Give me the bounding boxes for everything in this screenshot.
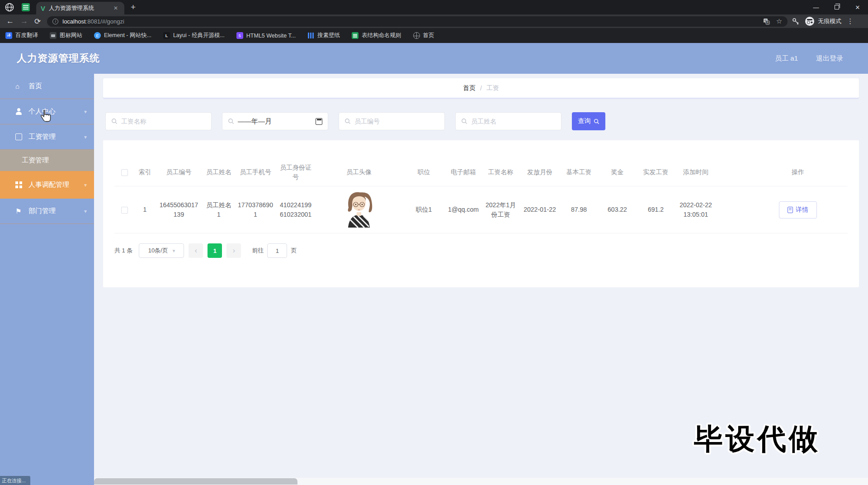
chevron-down-icon: ▾ (84, 134, 87, 140)
cell-position: 职位1 (402, 203, 445, 216)
col-header-actual-salary: 实发工资 (637, 166, 675, 178)
current-user[interactable]: 员工 a1 (775, 54, 798, 63)
col-header-position: 职位 (402, 166, 445, 178)
col-header-actions: 操作 (748, 166, 848, 178)
cell-emp-no: 16455063017139 (155, 199, 203, 221)
bookmark-icon-site[interactable]: 图标网站 (50, 32, 82, 39)
issue-month-field[interactable]: ——年—月 (222, 112, 328, 130)
globe-icon (413, 32, 420, 39)
toolbar-right: 无痕模式 ⋮ (792, 17, 859, 26)
bookmark-baidu-translate[interactable]: 译百度翻译 (5, 32, 38, 39)
employee-avatar[interactable] (342, 190, 376, 228)
col-header-salary-name: 工资名称 (481, 166, 520, 178)
col-header-emp-name: 员工姓名 (203, 166, 235, 178)
col-header-emp-no: 员工编号 (155, 166, 203, 178)
minimize-button[interactable]: — (806, 0, 826, 14)
bookmark-element[interactable]: EElement - 网站快... (94, 32, 151, 39)
table-header-row: 索引 员工编号 员工姓名 员工手机号 员工身份证号 员工头像 职位 电子邮箱 工… (114, 158, 848, 186)
back-button[interactable]: ← (6, 17, 14, 26)
bookmark-layui[interactable]: LLayui - 经典开源模... (163, 32, 225, 39)
next-page-button[interactable]: › (226, 243, 241, 258)
window-controls: — ✕ (806, 0, 868, 14)
password-key-icon[interactable] (792, 18, 800, 25)
employee-no-field[interactable] (339, 112, 445, 130)
logout-link[interactable]: 退出登录 (816, 54, 843, 63)
incognito-label: 无痕模式 (818, 17, 841, 25)
sidebar-item-department-management[interactable]: ⚑ 部门管理 ▾ (0, 199, 94, 224)
select-all-checkbox[interactable] (121, 169, 128, 176)
app-header: 人力资源管理系统 员工 a1 退出登录 (0, 43, 868, 74)
row-checkbox[interactable] (121, 207, 128, 214)
browser-menu-icon[interactable]: ⋮ (847, 17, 854, 25)
bookmark-home[interactable]: 首页 (413, 32, 434, 39)
salary-name-field[interactable] (105, 112, 212, 130)
close-window-button[interactable]: ✕ (847, 0, 868, 14)
bookmark-html5[interactable]: 5HTML5 Website T... (236, 32, 296, 39)
cell-avatar (316, 188, 402, 232)
cell-bonus: 603.22 (598, 203, 637, 216)
layui-icon: L (163, 32, 170, 39)
search-icon (594, 119, 599, 124)
site-info-icon[interactable]: i (52, 19, 58, 24)
element-ui-icon: E (94, 32, 101, 39)
translate-icon[interactable]: 文A (763, 18, 770, 25)
search-icon (461, 118, 467, 124)
col-header-index: 索引 (135, 166, 155, 178)
horizontal-scrollbar-track[interactable] (94, 478, 868, 485)
grid-icon (15, 181, 22, 188)
col-header-phone: 员工手机号 (235, 166, 276, 178)
col-header-id-card: 员工身份证号 (276, 161, 316, 183)
calendar-icon[interactable] (316, 118, 322, 125)
status-bubble: 正在连接... (0, 476, 30, 485)
current-page-button[interactable]: 1 (208, 243, 222, 258)
employee-no-input[interactable] (354, 118, 439, 125)
browser-logo-icon (5, 2, 14, 12)
bars-icon (307, 32, 314, 39)
translate-bookmark-icon: 译 (5, 32, 12, 39)
salary-name-input[interactable] (121, 118, 206, 125)
employee-name-field[interactable] (455, 112, 561, 130)
bookmark-star-icon[interactable]: ☆ (776, 17, 782, 25)
spreadsheet-icon (352, 32, 359, 39)
flag-icon: ⚑ (15, 208, 22, 214)
watermark-text: 毕设代做 (694, 419, 821, 459)
mouse-cursor (40, 110, 52, 124)
prev-page-button[interactable]: ‹ (189, 243, 203, 258)
address-bar[interactable]: i localhost :8081/#/gongzi 文A ☆ (47, 16, 788, 27)
employee-name-input[interactable] (471, 118, 556, 125)
forward-button[interactable]: → (20, 17, 28, 26)
search-icon (344, 118, 351, 124)
breadcrumb-home[interactable]: 首页 (463, 84, 476, 92)
new-tab-button[interactable]: + (131, 2, 136, 12)
bookmark-naming-rules[interactable]: 表结构命名规则 (352, 32, 401, 39)
cell-issue-month: 2022-01-22 (520, 203, 560, 216)
horizontal-scrollbar-thumb[interactable] (94, 478, 297, 485)
screen: V 人力资源管理系统 ✕ + — ✕ ← → ⟳ i localhost :80… (0, 0, 868, 485)
incognito-icon (805, 17, 814, 26)
active-tab[interactable]: V 人力资源管理系统 ✕ (36, 2, 124, 14)
goto-page-input[interactable] (267, 243, 287, 258)
chevron-down-icon: ▾ (173, 248, 175, 254)
cell-id-card: 410224199610232001 (276, 199, 316, 221)
reload-button[interactable]: ⟳ (34, 17, 41, 26)
query-button[interactable]: 查询 (572, 112, 605, 130)
restore-icon (835, 5, 839, 10)
cell-phone: 17703786901 (235, 199, 276, 221)
app-title: 人力资源管理系统 (17, 52, 100, 65)
cell-actual-salary: 691.2 (637, 203, 675, 216)
pinned-extension-icon[interactable] (22, 3, 30, 11)
detail-button[interactable]: 详情 (779, 201, 817, 219)
restore-button[interactable] (826, 0, 847, 14)
month-picker-value[interactable]: ——年—月 (238, 117, 312, 126)
sidebar-item-home[interactable]: ⌂ 首页 (0, 74, 94, 99)
browser-toolbar: ← → ⟳ i localhost :8081/#/gongzi 文A ☆ 无痕… (0, 14, 868, 28)
search-icon (111, 118, 118, 124)
tab-close-icon[interactable]: ✕ (112, 4, 120, 12)
sidebar-subitem-salary-management-active[interactable]: 工资管理 (0, 150, 94, 171)
sidebar-item-personnel-transfer[interactable]: 人事调配管理 ▾ (0, 171, 94, 199)
sidebar-item-salary-management[interactable]: 工资管理 ▾ (0, 124, 94, 150)
svg-text:A: A (767, 21, 769, 24)
bookmark-wallpaper[interactable]: 搜素壁纸 (307, 32, 340, 39)
page-size-select[interactable]: 10条/页 ▾ (139, 243, 184, 258)
filter-bar: ——年—月 查询 (105, 112, 868, 130)
